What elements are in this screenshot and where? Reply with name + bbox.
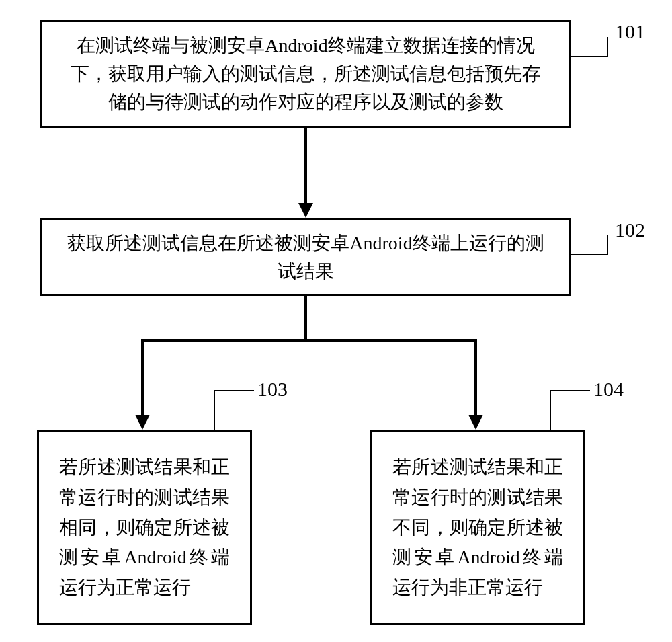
arrowhead-left [135,415,150,430]
split-right-vertical [474,339,477,417]
leader-103 [214,390,254,432]
leader-101 [571,37,608,57]
label-102: 102 [615,218,645,241]
step-102-text: 获取所述测试信息在所述被测安卓Android终端上运行的测试结果 [62,229,549,286]
label-104: 104 [593,378,624,401]
step-104-text: 若所述测试结果和正常运行时的测试结果不同，则确定所述被测安卓Android终端运… [392,452,563,603]
split-left-vertical [141,339,144,417]
flowchart-step-104: 若所述测试结果和正常运行时的测试结果不同，则确定所述被测安卓Android终端运… [370,430,585,625]
leader-102 [571,235,608,255]
flowchart-step-102: 获取所述测试信息在所述被测安卓Android终端上运行的测试结果 [40,218,571,296]
label-103: 103 [257,378,288,401]
flowchart-step-103: 若所述测试结果和正常运行时的测试结果相同，则确定所述被测安卓Android终端运… [37,430,252,625]
label-101: 101 [615,20,645,43]
split-horizontal [141,339,477,342]
arrowhead-101-102 [298,203,313,218]
flowchart-step-101: 在测试终端与被测安卓Android终端建立数据连接的情况下，获取用户输入的测试信… [40,20,571,128]
step-101-text: 在测试终端与被测安卓Android终端建立数据连接的情况下，获取用户输入的测试信… [62,32,549,116]
step-103-text: 若所述测试结果和正常运行时的测试结果相同，则确定所述被测安卓Android终端运… [59,452,230,603]
split-stub [304,296,307,339]
arrowhead-right [468,415,483,430]
arrow-101-102 [304,128,307,205]
leader-104 [550,390,590,432]
